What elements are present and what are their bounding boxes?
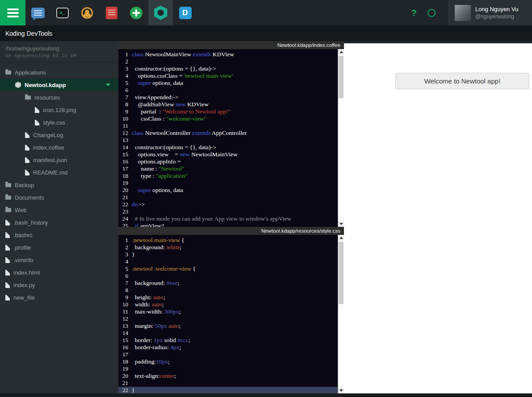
line-number: 19 (118, 365, 132, 372)
sidebar-item-.profile[interactable]: .profile (0, 241, 118, 254)
line-number: 20 (118, 187, 132, 194)
code-line: 11 (118, 122, 338, 130)
hamburger-bar (7, 12, 19, 14)
terminal-icon: >_ (56, 8, 69, 18)
line-number: 24 (118, 215, 132, 222)
line-number: 14 (118, 144, 132, 151)
line-number: 3 (118, 251, 132, 258)
chevron-down-icon[interactable] (106, 84, 110, 86)
scroll-down-button[interactable] (338, 388, 344, 393)
code-line: 5 super options, data (118, 79, 338, 87)
editor-tab-css[interactable]: Newtool.kdapp/resources/style.css (118, 227, 344, 235)
sidebar-item-backup[interactable]: Backup (0, 179, 118, 191)
line-number: 12 (118, 315, 132, 322)
code-line: 22do -> (118, 201, 338, 208)
sidebar-item-manifest.json[interactable]: manifest.json (0, 154, 118, 166)
sidebar-item-resources[interactable]: resources (0, 91, 118, 104)
sidebar-item-label: .viminfo (13, 257, 34, 263)
scroll-down-button[interactable] (338, 221, 344, 227)
file-icon (5, 220, 10, 226)
line-number: 1 (118, 51, 132, 58)
editor-title-text: Newtool.kdapp/resources/style.css (261, 228, 340, 234)
code-editor-css[interactable]: 1.newtool.main-view {2 background: white… (118, 235, 338, 393)
sidebar-item-applications[interactable]: Applications (0, 66, 118, 79)
topbar-right: ? Long Nguyen Vu @nguyenvulong (411, 0, 532, 25)
bottom-strip (0, 393, 532, 397)
scroll-up-button[interactable] (338, 49, 344, 55)
line-number: 16 (118, 344, 132, 351)
user-account[interactable]: Long Nguyen Vu @nguyenvulong (447, 0, 532, 25)
help-button[interactable]: ? (411, 8, 417, 18)
code-line: 13 margin: 50px auto; (118, 322, 338, 330)
code-line: 13 (118, 137, 338, 144)
dock-devtools-button[interactable] (148, 0, 173, 25)
sidebar-item-.viminfo[interactable]: .viminfo (0, 254, 118, 266)
sidebar-item-newtool.kdapp[interactable]: Newtool.kdapp (0, 79, 118, 91)
sidebar-item-label: index.py (13, 282, 35, 288)
code-line: 9 partial : "Welcome to Newtool app!" (118, 108, 338, 115)
code-line: 1.newtool.main-view { (118, 237, 338, 244)
code-line: 6 (118, 272, 338, 280)
sidebar-item-changelog[interactable]: ChangeLog (0, 129, 118, 141)
vm-label: on nguyenvulong.kd.io VM (5, 53, 113, 59)
triangle-up-icon (339, 237, 343, 239)
editor-tab-coffee[interactable]: Newtool.kdapp/index.coffee (118, 41, 344, 49)
sidebar-item-index.py[interactable]: index.py (0, 279, 118, 291)
triangle-down-icon (339, 389, 343, 392)
scrollbar-css[interactable] (338, 235, 344, 393)
vm-info[interactable]: /home/nguyenvulong on nguyenvulong.kd.io… (0, 41, 118, 63)
dock-apps-plus-button[interactable] (124, 0, 148, 25)
code-line: 20 text-align:center; (118, 372, 338, 380)
sidebar-item-index.coffee[interactable]: index.coffee (0, 141, 118, 154)
sidebar-item-index.html[interactable]: index.html (0, 266, 118, 279)
dock-notes-button[interactable] (99, 0, 124, 25)
sidebar-item-style.css[interactable]: style.css (0, 116, 118, 129)
sidebar-item-.bash-history[interactable]: .bash_history (0, 216, 118, 229)
sidebar-item-readme.md[interactable]: README.md (0, 166, 118, 179)
sidebar-item-label: Backup (15, 182, 34, 188)
scroll-track[interactable] (338, 241, 344, 388)
file-icon (5, 270, 10, 276)
line-number: 2 (118, 58, 132, 65)
sidebar-item-documents[interactable]: Documents (0, 191, 118, 204)
hamburger-menu-button[interactable] (0, 0, 25, 25)
sidebar-item-label: icon.128.png (43, 107, 76, 113)
code-line: 22} (118, 387, 338, 393)
sidebar-item-new-file[interactable]: new_file (0, 291, 118, 304)
line-number: 11 (118, 308, 132, 315)
line-number: 19 (118, 180, 132, 187)
sidebar-item-label: README.md (33, 169, 67, 176)
code-line: 12class NewtoolController extends AppCon… (118, 130, 338, 137)
scroll-up-button[interactable] (338, 235, 344, 241)
avatar (455, 5, 471, 21)
code-line: 15 options.view = new NewtoolMainView (118, 151, 338, 158)
sidebar-item-label: ChangeLog (33, 132, 63, 138)
line-number: 11 (118, 122, 132, 130)
line-number: 18 (118, 358, 132, 365)
scroll-thumb[interactable] (339, 242, 343, 304)
dock-teamwork-button[interactable] (75, 0, 99, 25)
sidebar-item-icon.128.png[interactable]: icon.128.png (0, 104, 118, 116)
page-title: Koding DevTools (5, 30, 52, 37)
sidebar-item-label: .bashrc (13, 232, 33, 238)
dock-terminal-button[interactable]: >_ (50, 0, 75, 25)
sidebar-item-.bashrc[interactable]: .bashrc (0, 229, 118, 241)
scroll-thumb[interactable] (339, 56, 343, 98)
code-line: 1class NewtoolMainView extends KDView (118, 51, 338, 58)
line-number: 13 (118, 137, 132, 144)
code-line: 10 cssClass : "welcome-view" (118, 115, 338, 122)
scroll-track[interactable] (338, 55, 344, 221)
code-editor-coffee[interactable]: 1class NewtoolMainView extends KDView23 … (118, 49, 338, 227)
line-number: 5 (118, 265, 132, 272)
sidebar-item-label: .bash_history (13, 219, 48, 226)
scrollbar-coffee[interactable] (338, 49, 344, 227)
line-number: 4 (118, 258, 132, 265)
status-circle-icon[interactable] (427, 9, 436, 17)
sidebar-item-label: .profile (13, 244, 31, 251)
line-number: 16 (118, 158, 132, 165)
sidebar-item-label: index.coffee (33, 144, 64, 151)
code-line: 5.newtool .welcome-view { (118, 265, 338, 272)
dock-chat-button[interactable] (25, 0, 50, 25)
dock-koding-d-button[interactable]: D (173, 0, 197, 25)
sidebar-item-web[interactable]: Web (0, 204, 118, 216)
